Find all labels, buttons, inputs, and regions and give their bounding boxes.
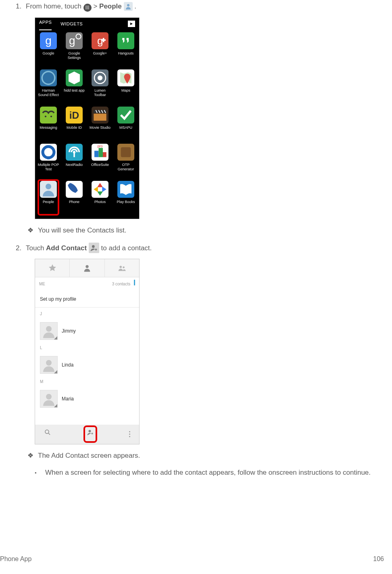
contacts-count: 3 contacts xyxy=(112,282,131,286)
tab-widgets: WIDGETS xyxy=(60,19,83,29)
contacts-header: ME 3 contacts xyxy=(35,277,139,291)
svg-point-16 xyxy=(98,75,102,80)
avatar xyxy=(40,390,58,408)
svg-point-38 xyxy=(46,394,52,399)
contact-name: Jimmy xyxy=(62,326,76,336)
step2-bold: Add Contact xyxy=(46,244,87,252)
step1-prefix: From home, touch xyxy=(26,2,83,10)
photos-icon xyxy=(92,181,108,198)
maps-icon xyxy=(117,69,134,86)
hangouts-icon xyxy=(117,32,134,49)
setup-profile: Set up my profile xyxy=(35,291,139,308)
shop-icon xyxy=(128,21,135,27)
svg-point-36 xyxy=(46,326,52,331)
contacts-tabs xyxy=(35,259,139,277)
app-label: Google+ xyxy=(93,51,107,56)
footer-right: 106 xyxy=(373,555,384,563)
app-label: OTP Generator xyxy=(114,163,138,172)
check-icon xyxy=(117,107,134,124)
lumen-icon xyxy=(92,69,108,86)
app-label: Play Books xyxy=(117,200,135,204)
messaging-icon xyxy=(40,107,57,124)
app-nextradio: NextRadio xyxy=(62,144,87,179)
app-label: Hangouts xyxy=(118,51,134,56)
step1-result: You will see the Contacts list. xyxy=(38,226,384,235)
app-photos: Photos xyxy=(88,181,113,216)
app-maps: Maps xyxy=(113,69,138,105)
svg-point-37 xyxy=(46,360,52,365)
apps-icon xyxy=(83,4,92,12)
app-label: Google Settings xyxy=(63,51,86,60)
svg-rect-28 xyxy=(103,152,106,157)
svg-point-34 xyxy=(120,266,122,268)
svg-rect-25 xyxy=(73,153,75,157)
svg-point-35 xyxy=(123,266,125,268)
books-icon xyxy=(117,181,134,198)
svg-rect-27 xyxy=(99,148,103,157)
tab-apps: APPS xyxy=(39,17,52,30)
svg-point-4 xyxy=(87,7,88,8)
section-letter: L xyxy=(35,341,139,354)
app-label: Phone xyxy=(69,200,79,204)
step1-suffix: . xyxy=(134,2,136,10)
app-multiple-pop-test: Multiple POP Test xyxy=(36,144,61,179)
overflow-icon xyxy=(129,431,130,437)
svg-point-1 xyxy=(87,6,88,6)
svg-point-39 xyxy=(45,430,49,434)
app-hidd-test-app: hidd test app xyxy=(62,69,87,105)
svg-point-6 xyxy=(85,8,86,9)
add-contact-icon xyxy=(89,243,99,253)
footer-left: Phone App xyxy=(0,555,31,563)
radio-icon xyxy=(66,144,83,161)
svg-point-5 xyxy=(88,7,89,8)
scroll-hint xyxy=(134,280,135,285)
svg-point-8 xyxy=(88,8,89,9)
svg-point-2 xyxy=(88,6,89,6)
app-label: Multiple POP Test xyxy=(37,163,60,172)
svg-point-12 xyxy=(76,34,81,39)
google-settings-icon: g xyxy=(66,32,83,49)
contact-row: Maria xyxy=(35,388,139,409)
svg-rect-23 xyxy=(47,156,50,159)
app-officesuite: proOfficeSuite xyxy=(88,144,113,179)
svg-text:iD: iD xyxy=(69,109,79,120)
phone-icon xyxy=(66,181,83,198)
app-label: Movie Studio xyxy=(90,126,111,130)
app-otp-generator: OTP Generator xyxy=(113,144,138,179)
search-icon xyxy=(44,429,51,440)
app-phone: Phone xyxy=(62,181,87,216)
step2-result: The Add Contact screen appears. xyxy=(38,451,384,461)
step1-bold: People xyxy=(99,2,122,10)
app-google-: gGoogle+ xyxy=(88,32,113,68)
svg-point-33 xyxy=(85,265,88,268)
drawer-top-tabs: APPS WIDGETS xyxy=(35,18,139,30)
app-label: Mobile ID xyxy=(67,126,82,130)
step-1: From home, touch > People . APPS WIDGET xyxy=(23,2,384,235)
harman-icon xyxy=(40,69,57,86)
svg-rect-20 xyxy=(94,113,106,121)
svg-text:pro: pro xyxy=(98,144,103,148)
app-messaging: Messaging xyxy=(36,107,61,142)
contact-name: Linda xyxy=(62,360,73,370)
contact-row: Linda xyxy=(35,354,139,375)
app-play-books: Play Books xyxy=(113,181,138,216)
app-harman-sound-effect: Harman Sound Effect xyxy=(36,69,61,105)
me-label: ME xyxy=(39,279,45,289)
app-label: NextRadio xyxy=(66,163,83,167)
app-grid: gGooglegGoogle SettingsgGoogle+HangoutsH… xyxy=(35,30,139,219)
google-icon: g xyxy=(40,32,57,49)
step1-sep: > xyxy=(93,2,99,10)
svg-point-14 xyxy=(42,71,55,84)
svg-rect-30 xyxy=(121,147,131,157)
otp-icon xyxy=(117,144,134,161)
app-lumen-toolbar: Lumen Toolbar xyxy=(88,69,113,105)
tab-favorites xyxy=(35,259,70,277)
app-label: Google xyxy=(42,51,54,56)
clap-icon xyxy=(92,107,108,124)
app-google: gGoogle xyxy=(36,32,61,68)
section-letter: J xyxy=(35,308,139,321)
app-label: Lumen Toolbar xyxy=(88,88,112,97)
avatar xyxy=(40,322,58,340)
app-google-settings: gGoogle Settings xyxy=(62,32,87,68)
pop-icon xyxy=(40,144,57,161)
